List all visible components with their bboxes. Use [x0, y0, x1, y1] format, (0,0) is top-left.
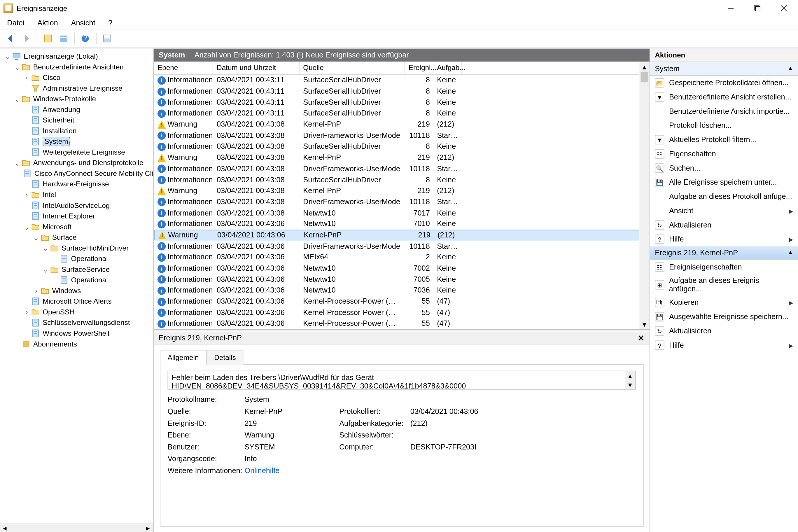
- tree-expand-icon[interactable]: ⌄: [13, 96, 21, 102]
- action-item[interactable]: 🔍Suchen...: [650, 161, 798, 175]
- menu-view[interactable]: Ansicht: [69, 18, 97, 28]
- tree-item[interactable]: ›OpenSSH: [1, 307, 153, 318]
- tree-expand-icon[interactable]: ›: [22, 309, 31, 315]
- tree-item[interactable]: Sicherheit: [1, 115, 153, 126]
- grid-v-scrollbar[interactable]: ▴ ▾: [639, 61, 649, 329]
- list-icon[interactable]: [56, 32, 71, 46]
- tree-item[interactable]: ⌄Microsoft: [1, 221, 153, 232]
- tree-item[interactable]: Anwendung: [1, 104, 153, 115]
- online-help-link[interactable]: Onlinehilfe: [244, 467, 280, 475]
- tree-expand-icon[interactable]: ›: [22, 192, 31, 198]
- tree-expand-icon[interactable]: ›: [32, 288, 40, 294]
- actions-section-system[interactable]: System▲: [650, 62, 798, 76]
- action-item[interactable]: ⊞Aufgabe an dieses Ereignis anfügen...: [650, 274, 798, 296]
- action-item[interactable]: ?Hilfe▶: [650, 338, 798, 352]
- actions-section-event[interactable]: Ereignis 219, Kernel-PnP▲: [650, 246, 798, 260]
- action-item[interactable]: ▼Aktuelles Protokoll filtern...: [650, 133, 798, 147]
- table-row[interactable]: iInformationen03/04/2021 00:43:06Netwtw1…: [154, 263, 640, 274]
- tree-item[interactable]: Schlüsselverwaltungsdienst: [1, 317, 153, 328]
- tree-expand-icon[interactable]: ⌄: [22, 223, 31, 230]
- action-item[interactable]: ☷Eigenschaften: [650, 147, 798, 161]
- tree-item[interactable]: ⌄Surface: [1, 232, 153, 243]
- tree-expand-icon[interactable]: ›: [22, 74, 31, 81]
- tree-expand-icon[interactable]: ⌄: [13, 63, 21, 70]
- tree-item[interactable]: Operational: [1, 275, 153, 286]
- tree-expand-icon[interactable]: ⌄: [13, 159, 21, 166]
- tree-item[interactable]: Cisco AnyConnect Secure Mobility Clie: [1, 168, 153, 179]
- preview-icon[interactable]: [100, 32, 114, 46]
- table-row[interactable]: iInformationen03/04/2021 00:43:08Surface…: [154, 174, 640, 185]
- help-icon[interactable]: ?: [78, 32, 93, 46]
- tree-item[interactable]: IntelAudioServiceLog: [1, 200, 153, 211]
- action-item[interactable]: ▼Benutzerdefinierte Ansicht erstellen...: [650, 90, 798, 104]
- grid-columns[interactable]: Ebene Datum und Uhrzeit Quelle Ereigni..…: [154, 61, 640, 75]
- tree-item[interactable]: Windows PowerShell: [1, 328, 153, 339]
- table-icon[interactable]: [41, 32, 55, 46]
- table-row[interactable]: iInformationen03/04/2021 00:43:08DriverF…: [154, 130, 640, 141]
- table-row[interactable]: iInformationen03/04/2021 00:43:06Netwtw1…: [154, 218, 640, 230]
- table-row[interactable]: iInformationen03/04/2021 00:43:06MEIx642…: [154, 252, 640, 263]
- tree-item[interactable]: System: [1, 136, 153, 147]
- tree-item[interactable]: Weitergeleitete Ereignisse: [1, 147, 153, 157]
- table-row[interactable]: iInformationen03/04/2021 00:43:06Kernel-…: [154, 318, 640, 329]
- menu-help[interactable]: ?: [106, 18, 115, 28]
- minimize-button[interactable]: [717, 0, 743, 17]
- detail-desc-scrollbar[interactable]: ▴▾: [625, 371, 635, 389]
- tree-item[interactable]: ›Windows: [1, 285, 153, 296]
- detail-close-button[interactable]: ✕: [638, 334, 645, 343]
- tree-item[interactable]: Abonnements: [1, 339, 153, 349]
- table-row[interactable]: !Warnung03/04/2021 00:43:08Kernel-PnP219…: [154, 185, 640, 196]
- action-item[interactable]: Benutzerdefinierte Ansicht importie...: [650, 104, 798, 118]
- tree-expand-icon[interactable]: ⌄: [3, 53, 12, 59]
- table-row[interactable]: iInformationen03/04/2021 00:43:11Surface…: [154, 86, 640, 97]
- table-row[interactable]: iInformationen03/04/2021 00:43:06Netwtw1…: [154, 285, 640, 296]
- tree-item[interactable]: Operational: [1, 253, 153, 264]
- tree-h-scrollbar[interactable]: ◂▸: [0, 522, 153, 532]
- action-item[interactable]: 💾Ausgewählte Ereignisse speichern...: [650, 310, 798, 324]
- tree-item[interactable]: Installation: [1, 126, 153, 136]
- table-row[interactable]: iInformationen03/04/2021 00:43:08DriverF…: [154, 196, 640, 207]
- forward-icon[interactable]: [19, 32, 33, 46]
- action-item[interactable]: ↻Aktualisieren: [650, 218, 798, 232]
- tree-item[interactable]: Administrative Ereignisse: [1, 83, 153, 94]
- action-item[interactable]: ⿻Kopieren▶: [650, 296, 798, 310]
- table-row[interactable]: iInformationen03/04/2021 00:43:11Surface…: [154, 97, 640, 108]
- table-row[interactable]: !Warnung03/04/2021 00:43:08Kernel-PnP219…: [154, 152, 640, 163]
- table-row[interactable]: iInformationen03/04/2021 00:43:11Surface…: [154, 108, 640, 119]
- table-row[interactable]: !Warnung03/04/2021 00:43:08Kernel-PnP219…: [154, 119, 640, 130]
- table-row[interactable]: iInformationen03/04/2021 00:43:06Kernel-…: [154, 296, 640, 307]
- close-button[interactable]: [770, 0, 797, 17]
- back-icon[interactable]: [3, 32, 18, 46]
- tree-item[interactable]: Internet Explorer: [1, 211, 153, 222]
- tree-item[interactable]: Microsoft Office Alerts: [1, 296, 153, 307]
- table-row[interactable]: iInformationen03/04/2021 00:43:06DriverF…: [154, 241, 640, 252]
- action-item[interactable]: Protokoll löschen...: [650, 118, 798, 133]
- tree-item[interactable]: ›Cisco: [1, 72, 153, 83]
- tree-item[interactable]: ⌄Windows-Protokolle: [1, 94, 153, 104]
- table-row[interactable]: iInformationen03/04/2021 00:43:11Surface…: [154, 75, 640, 86]
- action-item[interactable]: ↻Aktualisieren: [650, 324, 798, 338]
- action-item[interactable]: 💾Alle Ereignisse speichern unter...: [650, 175, 798, 190]
- tree-item[interactable]: ⌄Anwendungs- und Dienstprotokolle: [1, 157, 153, 168]
- action-item[interactable]: 📂Gespeicherte Protokolldatei öffnen...: [650, 76, 798, 90]
- table-row[interactable]: !Warnung03/04/2021 00:43:06Kernel-PnP219…: [154, 230, 640, 241]
- table-row[interactable]: iInformationen03/04/2021 00:43:08Surface…: [154, 141, 640, 152]
- menu-action[interactable]: Aktion: [35, 18, 60, 28]
- table-row[interactable]: iInformationen03/04/2021 00:43:08DriverF…: [154, 163, 640, 174]
- tree-item[interactable]: ⌄Benutzerdefinierte Ansichten: [1, 61, 153, 72]
- action-item[interactable]: ☷Ereigniseigenschaften: [650, 260, 798, 274]
- tree-expand-icon[interactable]: ⌄: [41, 245, 50, 251]
- tab-details[interactable]: Details: [207, 350, 244, 365]
- menu-file[interactable]: Datei: [5, 18, 26, 28]
- tree-item[interactable]: ⌄Ereignisanzeige (Lokal): [1, 51, 153, 62]
- action-item[interactable]: ?Hilfe▶: [650, 232, 798, 246]
- table-row[interactable]: iInformationen03/04/2021 00:43:08Netwtw1…: [154, 207, 640, 218]
- table-row[interactable]: iInformationen03/04/2021 00:43:06Kernel-…: [154, 307, 640, 318]
- action-item[interactable]: Aufgabe an dieses Protokoll anfüge...: [650, 190, 798, 204]
- action-item[interactable]: Ansicht▶: [650, 204, 798, 218]
- tree-item[interactable]: ⌄SurfaceService: [1, 264, 153, 275]
- tree-expand-icon[interactable]: ⌄: [41, 266, 50, 272]
- tree-expand-icon[interactable]: ⌄: [32, 234, 40, 241]
- tree-item[interactable]: ⌄SurfaceHidMiniDriver: [1, 243, 153, 253]
- tab-general[interactable]: Allgemein: [160, 350, 207, 365]
